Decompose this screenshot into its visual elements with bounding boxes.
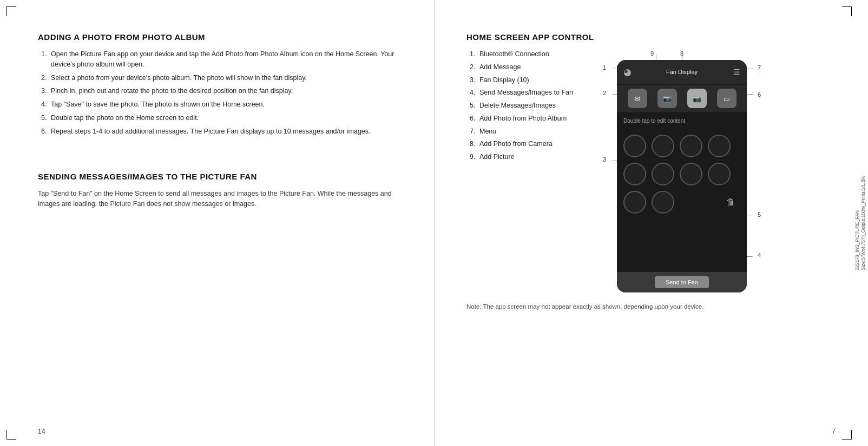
layout-icon-btn[interactable]: ▭ (717, 89, 737, 108)
right-title: HOME SCREEN APP CONTROL (466, 32, 846, 42)
image-icon-btn[interactable]: 📷 (657, 89, 677, 108)
step-2: Select a photo from your device's photo … (49, 73, 402, 83)
item-8: Add Photo from Camera (477, 139, 586, 149)
step-3: Pinch in, pinch out and rotate the photo… (49, 86, 402, 96)
phone-bottom-bar: Send to Fan (617, 272, 747, 292)
page-number-left: 14 (38, 428, 45, 435)
circle-row-2 (623, 163, 740, 185)
callout-7: 7 (758, 64, 761, 71)
message-icon-btn[interactable]: ✉ (628, 89, 647, 108)
step-5: Double tap the photo on the Home screen … (49, 113, 402, 123)
callout-5: 5 (758, 211, 761, 218)
message-icon: ✉ (634, 95, 640, 103)
step-1: Open the Picture Fan app on your device … (49, 49, 402, 70)
callout-1: 1 (603, 64, 606, 71)
layout-icon: ▭ (724, 95, 730, 103)
print-info: 322178_INS_PICTURE_FAN Size:5"Wx4.75"H_O… (854, 176, 866, 270)
circle-8 (708, 163, 731, 185)
camera-icon-inner: 📷 (693, 95, 701, 103)
section1-title: ADDING A PHOTO FROM PHOTO ALBUM (38, 32, 402, 42)
circle-9 (623, 191, 646, 214)
circle-1 (623, 135, 646, 157)
camera-icon-btn[interactable]: 📷 (687, 89, 707, 108)
step-4: Tap "Save" to save the photo. The photo … (49, 99, 402, 110)
phone-topbar: ◕ Fan Display ☰ (617, 60, 747, 84)
item-3: Fan Display (10) (477, 75, 586, 85)
circle-7 (680, 163, 702, 185)
item-2: Add Message (477, 62, 586, 72)
item-5: Delete Messages/Images (477, 101, 586, 111)
item-7: Menu (477, 127, 586, 137)
item-9: Add Picture (477, 152, 586, 162)
phone-mockup: ◕ Fan Display ☰ ✉ 📷 📷 (617, 60, 747, 292)
circle-grid: 🗑 (617, 130, 747, 223)
fan-display-label: Fan Display (666, 69, 698, 75)
callout-6: 6 (758, 91, 761, 98)
double-tap-text: Double tap to edit content (623, 118, 685, 124)
circle-6 (652, 163, 674, 185)
send-to-fan-button[interactable]: Send to Fan (655, 276, 709, 288)
section2-title: SENDING MESSAGES/IMAGES TO THE PICTURE F… (38, 172, 402, 181)
phone-area: 9 8 7 6 5 4 3 2 1 (602, 49, 846, 292)
print-line1: 322178_INS_PICTURE_FAN (854, 210, 860, 270)
left-column: ADDING A PHOTO FROM PHOTO ALBUM Open the… (0, 0, 434, 446)
trash-icon: 🗑 (721, 192, 740, 212)
image-icon: 📷 (663, 95, 672, 103)
section2-body: Tap "Send to Fan" on the Home Screen to … (38, 189, 402, 209)
callout-4: 4 (758, 252, 761, 258)
section1-steps-list: Open the Picture Fan app on your device … (38, 49, 402, 136)
item-1: Bluetooth® Connection (477, 49, 586, 59)
circle-4 (708, 135, 731, 157)
app-control-list: Bluetooth® Connection Add Message Fan Di… (466, 49, 586, 292)
circle-row-1 (623, 135, 740, 157)
step-6: Repeat steps 1-4 to add additional messa… (49, 127, 402, 137)
camera-icon: ◕ (623, 66, 632, 78)
section-adding-photo: ADDING A PHOTO FROM PHOTO ALBUM Open the… (38, 32, 402, 139)
section-sending-messages: SENDING MESSAGES/IMAGES TO THE PICTURE F… (38, 172, 402, 209)
note-text: Note: The app screen may not appear exac… (466, 303, 846, 310)
page-number-right: 7 (832, 428, 836, 435)
circle-10 (652, 191, 674, 214)
phone-icon-row: ✉ 📷 📷 ▭ (617, 85, 747, 112)
callout-9: 9 (650, 50, 654, 57)
double-tap-label: Double tap to edit content (617, 112, 747, 130)
circle-2 (652, 135, 674, 157)
print-line2: Size:5"Wx4.75"H_Output:100%_Prints:1/1,B… (860, 176, 866, 270)
callout-2: 2 (603, 90, 606, 96)
control-items: Bluetooth® Connection Add Message Fan Di… (466, 49, 586, 162)
circle-5 (623, 163, 646, 185)
right-content-area: Bluetooth® Connection Add Message Fan Di… (466, 49, 846, 292)
circle-3 (680, 135, 702, 157)
item-6: Add Photo from Photo Album (477, 114, 586, 124)
menu-icon: ☰ (733, 68, 740, 76)
item-4: Send Messages/Images to Fan (477, 88, 586, 98)
circle-row-3: 🗑 (623, 191, 740, 214)
right-sidebar: 322178_INS_PICTURE_FAN Size:5"Wx4.75"H_O… (853, 0, 868, 446)
callout-3: 3 (603, 156, 606, 163)
right-column: HOME SCREEN APP CONTROL Bluetooth® Conne… (434, 0, 868, 446)
